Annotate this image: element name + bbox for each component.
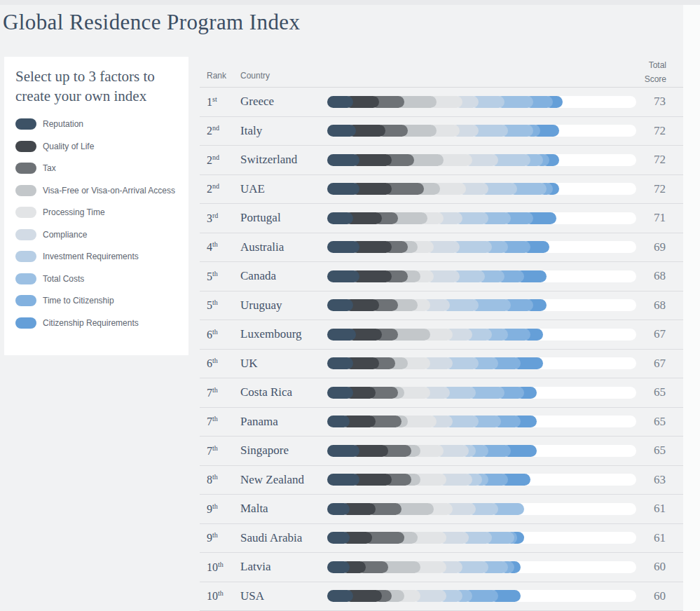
factor-panel-heading: Select up to 3 factors to create your ow…	[15, 67, 177, 106]
table-row[interactable]: 5thUruguay68	[200, 291, 683, 321]
table-row[interactable]: 9thMalta61	[200, 495, 683, 524]
factor-option-tax[interactable]: Tax	[15, 163, 177, 174]
score-bar-track	[327, 503, 636, 515]
factor-option-investment-requirements[interactable]: Investment Requirements	[15, 251, 177, 262]
factor-swatch-icon	[15, 207, 36, 218]
factor-option-time-to-citizenship[interactable]: Time to Citizenship	[15, 295, 177, 306]
factor-label: Processing Time	[43, 207, 105, 217]
total-score-cell: 60	[654, 589, 683, 603]
country-cell: Costa Rica	[240, 385, 327, 399]
country-cell: Singapore	[240, 444, 327, 458]
country-cell: Latvia	[240, 560, 327, 574]
ranking-table: Rank Country Total Score 1stGreece732ndI…	[200, 57, 683, 611]
rank-cell: 3rd	[200, 212, 240, 225]
country-cell: USA	[240, 589, 327, 603]
factor-label: Citizenship Requirements	[43, 318, 139, 328]
country-cell: Saudi Arabia	[240, 531, 327, 545]
factor-label: Time to Citizenship	[43, 296, 114, 306]
bar-segment-reputation	[327, 241, 359, 253]
total-score-cell: 60	[654, 560, 683, 574]
country-cell: Panama	[240, 415, 327, 429]
table-row[interactable]: 7thPanama65	[200, 408, 683, 437]
bar-segment-reputation	[327, 416, 350, 427]
table-row[interactable]: 6thLuxembourg67	[200, 320, 683, 350]
factor-swatch-icon	[15, 295, 36, 306]
total-score-cell: 73	[654, 95, 683, 109]
rank-cell: 7th	[200, 415, 240, 428]
bar-segment-reputation	[327, 445, 359, 457]
country-cell: Malta	[240, 502, 327, 516]
table-row[interactable]: 2ndItaly72	[200, 117, 683, 146]
rank-cell: 6th	[200, 328, 240, 341]
table-row[interactable]: 9thSaudi Arabia61	[200, 524, 683, 554]
bar-segment-reputation	[327, 503, 350, 515]
table-row[interactable]: 8thNew Zealand63	[200, 466, 683, 495]
factor-option-citizenship-requirements[interactable]: Citizenship Requirements	[15, 317, 177, 329]
score-bar-track	[327, 299, 636, 311]
factor-option-visa-free-or-visa-on-arrival-access[interactable]: Visa-Free or Visa-on-Arrival Access	[15, 185, 177, 196]
bar-segment-reputation	[327, 183, 359, 195]
bar-segment-reputation	[327, 270, 359, 282]
factor-label: Quality of Life	[43, 142, 94, 151]
column-header-country: Country	[240, 71, 270, 81]
table-row[interactable]: 4thAustralia69	[200, 233, 683, 263]
total-score-cell: 71	[654, 211, 683, 225]
factor-label: Total Costs	[43, 274, 84, 284]
bar-segment-reputation	[327, 299, 353, 311]
rank-cell: 5th	[200, 298, 240, 312]
rank-cell: 10th	[200, 561, 240, 574]
total-score-cell: 68	[654, 298, 683, 313]
score-bar-track	[327, 212, 636, 224]
factor-swatch-icon	[15, 229, 36, 240]
table-row[interactable]: 2ndSwitzerland72	[200, 146, 683, 175]
factor-option-reputation[interactable]: Reputation	[15, 118, 177, 130]
rank-cell: 2nd	[200, 182, 240, 195]
factor-option-total-costs[interactable]: Total Costs	[15, 273, 177, 284]
country-cell: Portugal	[240, 211, 327, 225]
rank-cell: 2nd	[200, 153, 240, 167]
rank-cell: 1st	[200, 95, 240, 109]
score-bar-track	[327, 241, 636, 253]
rank-cell: 2nd	[200, 124, 240, 137]
country-cell: Greece	[240, 95, 327, 109]
page-title: Global Residence Program Index	[3, 10, 300, 35]
total-score-cell: 67	[654, 327, 683, 341]
column-header-rank: Rank	[207, 71, 226, 81]
table-row[interactable]: 6thUK67	[200, 350, 683, 379]
table-row[interactable]: 1stGreece73	[200, 88, 683, 117]
factor-option-quality-of-life[interactable]: Quality of Life	[15, 141, 177, 152]
score-bar-track	[327, 561, 636, 573]
table-row[interactable]: 7thSingapore65	[200, 437, 683, 466]
table-row[interactable]: 3rdPortugal71	[200, 204, 683, 233]
rank-cell: 9th	[200, 531, 240, 544]
bar-segment-reputation	[327, 329, 356, 341]
country-cell: Australia	[240, 240, 327, 254]
country-cell: Switzerland	[240, 153, 327, 167]
total-score-cell: 68	[654, 269, 683, 283]
bar-segment-reputation	[327, 387, 353, 399]
bar-segment-reputation	[327, 154, 359, 166]
country-cell: Canada	[240, 269, 327, 283]
bar-segment-reputation	[327, 561, 350, 573]
table-row[interactable]: 10thUSA60	[200, 582, 683, 611]
factor-option-compliance[interactable]: Compliance	[15, 229, 177, 240]
score-bar-track	[327, 590, 636, 602]
total-score-cell: 63	[654, 473, 683, 487]
score-bar-track	[327, 387, 636, 399]
score-bar-track	[327, 445, 636, 457]
bar-segment-reputation	[327, 474, 359, 486]
factor-option-processing-time[interactable]: Processing Time	[15, 207, 177, 218]
table-row[interactable]: 7thCosta Rica65	[200, 378, 683, 408]
score-bar-track	[327, 183, 636, 195]
table-row[interactable]: 5thCanada68	[200, 262, 683, 291]
table-row[interactable]: 2ndUAE72	[200, 175, 683, 205]
table-row[interactable]: 10thLatvia60	[200, 553, 683, 582]
score-bar-track	[327, 474, 636, 486]
column-header-total-score: Total Score	[636, 59, 666, 87]
factor-swatch-icon	[15, 118, 36, 130]
total-score-cell: 72	[654, 124, 683, 138]
page-top-edge	[0, 0, 700, 5]
score-bar-track	[327, 154, 636, 166]
rank-cell: 8th	[200, 473, 240, 486]
rank-cell: 9th	[200, 502, 240, 516]
